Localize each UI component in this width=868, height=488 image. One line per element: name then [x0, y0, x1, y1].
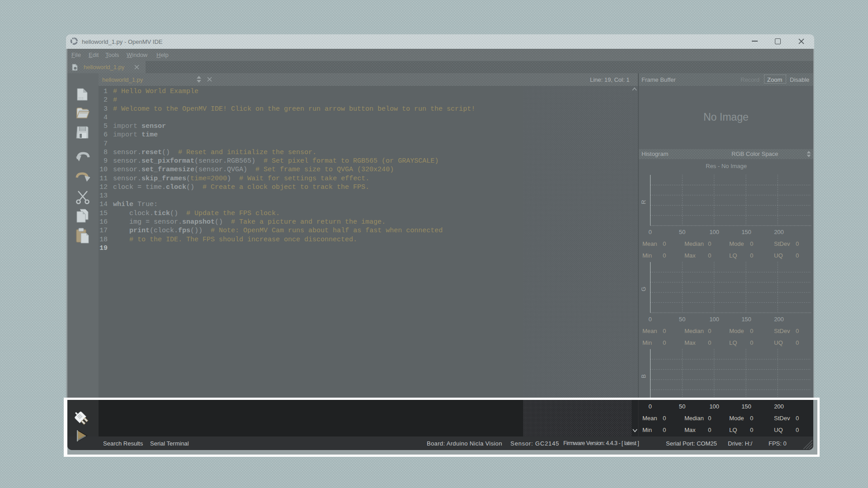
svg-text:B: B: [640, 374, 647, 378]
svg-text:R: R: [640, 200, 647, 204]
svg-text:G: G: [640, 287, 647, 291]
